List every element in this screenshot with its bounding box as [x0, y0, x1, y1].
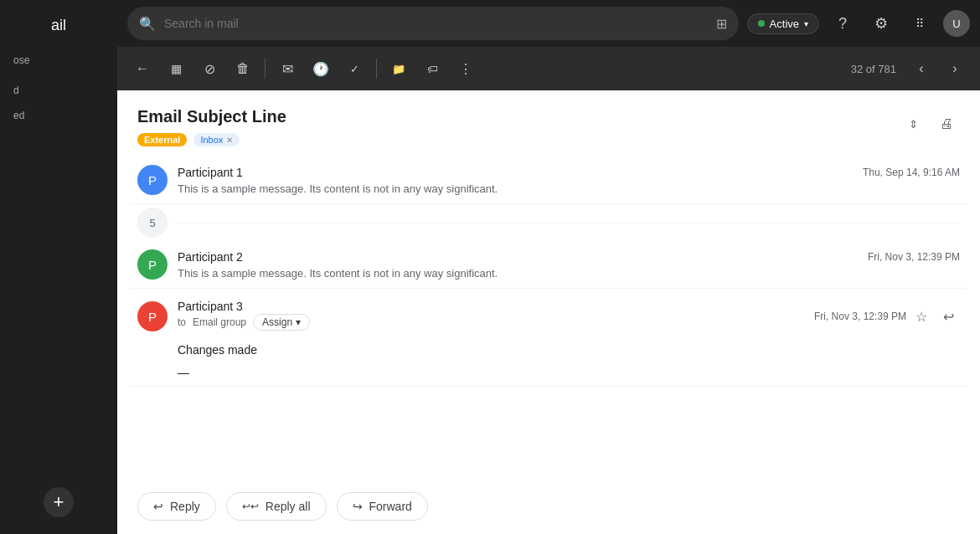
msg3-time: Fri, Nov 3, 12:39 PM — [814, 311, 906, 322]
reply-all-label: Reply all — [266, 500, 311, 513]
msg3-dash: — — [178, 366, 960, 379]
reply-button[interactable]: ↩ Reply — [137, 492, 216, 521]
app-logo: ail — [0, 8, 117, 48]
email-header: Email Subject Line External Inbox ✕ ⇕ 🖨 — [117, 90, 980, 157]
help-icon: ? — [838, 15, 847, 33]
back-icon: ← — [136, 61, 149, 76]
msg3-body-text: Changes made — [178, 341, 960, 359]
email-header-left: Email Subject Line External Inbox ✕ — [137, 107, 286, 146]
help-button[interactable]: ? — [828, 8, 858, 39]
active-label: Active — [770, 18, 799, 30]
inbox-tag-close[interactable]: ✕ — [226, 136, 233, 145]
msg3-sender: Participant 3 — [178, 300, 243, 313]
toolbar: ← ▦ ⊘ 🗑 ✉ 🕐 ✓ 📁 🏷 ⋮ 32 of 78 — [117, 47, 980, 90]
msg1-sender: Participant 1 — [178, 166, 243, 179]
assign-button[interactable]: Assign ▾ — [253, 314, 310, 331]
apps-icon: ⠿ — [916, 17, 924, 30]
msg1-preview: This is a sample message. Its content is… — [178, 182, 960, 195]
spam-button[interactable]: ⊘ — [194, 54, 224, 84]
msg3-header: P Participant 3 to Email group Assign ▾ — [137, 299, 960, 334]
sidebar-item-3[interactable]: ed — [0, 103, 117, 128]
forward-icon: ↪ — [353, 500, 363, 513]
msg3-sender-details: Participant 3 to Email group Assign ▾ — [178, 299, 310, 334]
topbar-right: Active ▾ ? ⚙ ⠿ U — [747, 8, 970, 39]
back-button[interactable]: ← — [127, 54, 157, 84]
msg3-to-label: to — [178, 316, 186, 328]
active-status-badge[interactable]: Active ▾ — [747, 13, 819, 34]
avatar-letter: U — [952, 18, 960, 30]
task-button[interactable]: ✓ — [339, 54, 369, 84]
avatar-letter-p1: P — [148, 173, 157, 187]
reply-all-button[interactable]: ↩↩ Reply all — [226, 492, 327, 521]
external-tag: External — [137, 133, 187, 146]
label-button[interactable]: 🏷 — [417, 54, 447, 84]
avatar-p2: P — [137, 249, 168, 280]
forward-button[interactable]: ↪ Forward — [337, 492, 428, 521]
collapse-indicator-row[interactable]: 5 — [131, 204, 967, 241]
reply-inline-icon: ↩ — [943, 309, 954, 325]
reply-all-icon: ↩↩ — [242, 501, 259, 512]
settings-icon: ⚙ — [874, 14, 888, 33]
reply-button-label: Reply — [170, 500, 200, 513]
toolbar-sep-1 — [265, 59, 266, 79]
email-header-right: ⇕ 🖨 — [900, 110, 960, 137]
msg1-content: Participant 1 Thu, Sep 14, 9:16 AM This … — [178, 166, 960, 195]
toolbar-sep-2 — [376, 59, 377, 79]
sidebar-item-1[interactable]: ose — [0, 48, 117, 73]
reply-toolbar: ↩ Reply ↩↩ Reply all ↪ Forward — [117, 482, 980, 534]
print-icon: 🖨 — [940, 116, 953, 131]
spam-icon: ⊘ — [204, 61, 215, 77]
expand-collapse-button[interactable]: ⇕ — [900, 110, 926, 137]
sidebar-label-3: ed — [13, 110, 24, 121]
email-subject: Email Subject Line — [137, 107, 286, 126]
active-dot — [758, 20, 765, 27]
email-tags: External Inbox ✕ — [137, 133, 286, 146]
delete-icon: 🗑 — [236, 61, 250, 76]
topbar: 🔍 ⊞ Active ▾ ? ⚙ ⠿ U — [117, 0, 980, 47]
collapse-line — [174, 223, 960, 223]
search-box[interactable]: 🔍 ⊞ — [127, 7, 739, 40]
reply-button-icon: ↩ — [153, 500, 163, 513]
msg3-actions: Fri, Nov 3, 12:39 PM ☆ ↩ — [814, 305, 960, 328]
snooze-button[interactable]: 🕐 — [306, 54, 336, 84]
msg2-sender: Participant 2 — [178, 250, 243, 264]
avatar-letter-p2: P — [148, 258, 157, 272]
move-button[interactable]: 📁 — [384, 54, 414, 84]
print-button[interactable]: 🖨 — [933, 110, 960, 137]
collapse-count[interactable]: 5 — [137, 208, 168, 238]
msg3-body: Changes made — — [178, 341, 960, 379]
snooze-icon: 🕐 — [312, 61, 329, 77]
next-message-button[interactable]: › — [940, 54, 970, 84]
message-row-1[interactable]: P Participant 1 Thu, Sep 14, 9:16 AM Thi… — [131, 157, 967, 204]
search-input[interactable] — [164, 17, 708, 30]
reply-icon-button[interactable]: ↩ — [936, 305, 960, 328]
mark-button[interactable]: ✉ — [272, 54, 302, 84]
archive-button[interactable]: ▦ — [161, 54, 191, 84]
apps-button[interactable]: ⠿ — [905, 8, 935, 39]
sidebar-item-2[interactable]: d — [0, 78, 117, 103]
msg2-content: Participant 2 Fri, Nov 3, 12:39 PM This … — [178, 250, 960, 280]
sidebar-label-1: ose — [13, 54, 29, 66]
filter-icon[interactable]: ⊞ — [716, 16, 727, 32]
inbox-label: Inbox — [200, 135, 223, 145]
add-button[interactable]: + — [44, 487, 74, 517]
email-area: Email Subject Line External Inbox ✕ ⇕ 🖨 — [117, 90, 980, 534]
sidebar: ail ose d ed + — [0, 0, 117, 534]
message-count: 32 of 781 — [851, 63, 896, 75]
delete-button[interactable]: 🗑 — [228, 54, 258, 84]
message-row-2[interactable]: P Participant 2 Fri, Nov 3, 12:39 PM Thi… — [131, 241, 967, 289]
label-icon: 🏷 — [427, 63, 438, 75]
archive-icon: ▦ — [171, 62, 182, 75]
more-button[interactable]: ⋮ — [451, 54, 481, 84]
settings-button[interactable]: ⚙ — [866, 8, 896, 39]
move-icon: 📁 — [392, 63, 405, 75]
msg3-to-row: to Email group Assign ▾ — [178, 314, 310, 331]
forward-label: Forward — [369, 500, 412, 513]
user-avatar[interactable]: U — [943, 10, 970, 37]
prev-icon: ‹ — [919, 61, 923, 76]
star-button[interactable]: ☆ — [910, 305, 933, 328]
msg2-time: Fri, Nov 3, 12:39 PM — [868, 251, 960, 263]
avatar-letter-p3: P — [148, 310, 157, 324]
expand-collapse-icon: ⇕ — [909, 118, 918, 131]
prev-message-button[interactable]: ‹ — [906, 54, 936, 84]
